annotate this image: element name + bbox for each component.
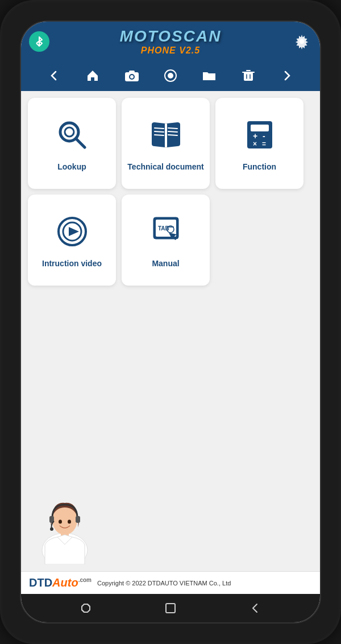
manual-icon: TAB [146, 212, 186, 251]
svg-point-42 [50, 527, 53, 531]
app-header: MOTOSCAN PHONE V2.5 [21, 22, 320, 91]
function-label: Function [243, 162, 276, 172]
nav-back-button[interactable] [43, 65, 65, 86]
svg-point-6 [168, 73, 173, 78]
nav-folder-button[interactable] [198, 65, 220, 86]
svg-marker-29 [69, 227, 79, 236]
footer: DTDAuto.com Copyright © 2022 DTDAUTO VIE… [21, 571, 320, 594]
svg-point-14 [65, 127, 74, 137]
svg-line-17 [155, 135, 164, 135]
svg-rect-41 [76, 516, 80, 523]
main-content: Lookup [21, 91, 320, 571]
nav-forward-button[interactable] [276, 65, 298, 86]
svg-text:×: × [253, 140, 257, 148]
manual-label: Manual [152, 258, 179, 269]
svg-line-13 [76, 139, 85, 147]
lookup-label: Lookup [57, 162, 86, 172]
instruction-video-icon [52, 212, 92, 251]
svg-rect-43 [166, 604, 175, 613]
header-top: MOTOSCAN PHONE V2.5 [29, 27, 312, 56]
screen: MOTOSCAN PHONE V2.5 [21, 22, 320, 622]
footer-brand-logo: DTDAuto.com [29, 576, 92, 589]
back-button[interactable] [249, 602, 261, 614]
footer-auto-text: Auto [52, 576, 78, 589]
settings-icon[interactable] [292, 31, 312, 52]
svg-line-16 [155, 131, 164, 132]
recent-apps-button[interactable] [80, 602, 92, 614]
svg-line-20 [168, 135, 177, 135]
menu-card-instruction-video[interactable]: Intruction video [28, 195, 116, 286]
svg-rect-4 [129, 71, 135, 73]
svg-rect-22 [251, 125, 269, 131]
nav-home-button[interactable] [82, 65, 103, 86]
svg-line-15 [155, 128, 164, 129]
menu-card-lookup[interactable]: Lookup [28, 98, 116, 189]
nav-camera-button[interactable] [121, 65, 143, 86]
svg-line-18 [168, 128, 177, 129]
nav-bar [29, 60, 312, 91]
technical-document-icon [146, 115, 186, 155]
customer-service-figure [34, 490, 96, 564]
customer-service-area [28, 291, 313, 564]
menu-row-2: Intruction video TAB [28, 195, 313, 286]
svg-point-3 [130, 75, 134, 79]
footer-copyright: Copyright © 2022 DTDAUTO VIETNAM Co., Lt… [97, 580, 231, 587]
lookup-icon [52, 115, 92, 155]
nav-record-button[interactable] [160, 65, 181, 86]
svg-rect-7 [244, 72, 253, 81]
nav-delete-button[interactable] [238, 65, 259, 86]
menu-row-1: Lookup [28, 98, 313, 189]
menu-card-function[interactable]: + - × = Function [215, 98, 303, 189]
svg-text:=: = [262, 140, 266, 148]
footer-dtd-text: DTD [29, 576, 52, 589]
instruction-video-label: Intruction video [42, 258, 102, 269]
menu-card-manual[interactable]: TAB Manual [122, 195, 210, 286]
svg-point-38 [59, 520, 62, 524]
footer-com-text: .com [78, 577, 92, 583]
bluetooth-icon[interactable] [29, 31, 49, 52]
svg-text:-: - [263, 131, 265, 141]
bottom-nav [21, 594, 320, 622]
menu-card-technical-document[interactable]: Technical document [122, 98, 210, 189]
svg-point-39 [68, 520, 71, 524]
svg-text:+: + [253, 131, 257, 141]
home-button[interactable] [164, 602, 177, 614]
phone-screen-container: MOTOSCAN PHONE V2.5 [20, 20, 321, 624]
technical-document-label: Technical document [127, 162, 203, 172]
svg-line-19 [168, 131, 177, 132]
app-logo: MOTOSCAN PHONE V2.5 [120, 27, 222, 56]
logo-motoscan: MOTOSCAN [120, 27, 222, 46]
phone-frame: MOTOSCAN PHONE V2.5 [0, 0, 341, 644]
function-icon: + - × = [240, 115, 280, 155]
logo-phone-version: PHONE V2.5 [141, 46, 200, 56]
